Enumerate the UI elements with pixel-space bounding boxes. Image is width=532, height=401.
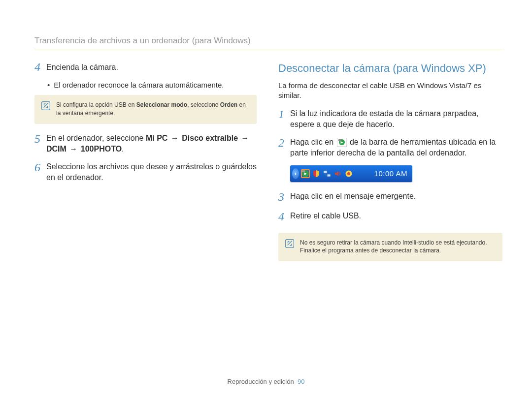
left-column: 4 Encienda la cámara. El ordenador recon… <box>34 61 259 270</box>
step-text: Seleccione los archivos que desee y arrá… <box>46 161 259 183</box>
svg-rect-7 <box>327 174 331 177</box>
step-6-left: 6 Seleccione los archivos que desee y ar… <box>34 161 259 183</box>
bullet-text: El ordenador reconoce la cámara automáti… <box>54 80 224 90</box>
step-number: 5 <box>34 133 46 145</box>
step-text: Haga clic en el mensaje emergente. <box>290 191 502 202</box>
safely-remove-hardware-icon[interactable] <box>301 169 310 178</box>
step-4-left: 4 Encienda la cámara. <box>34 61 259 73</box>
note-box-intelli-studio: No es seguro retirar la cámara cuando In… <box>278 233 502 261</box>
footer-section: Reproducción y edición <box>228 378 294 385</box>
step-5-left: 5 En el ordenador, seleccione Mi PC → Di… <box>34 133 259 154</box>
step-2-right: 2 Haga clic en de la barra de herramient… <box>278 137 502 158</box>
header-rule <box>34 50 502 50</box>
step-text: Haga clic en de la barra de herramientas… <box>290 137 502 158</box>
svg-rect-10 <box>286 239 294 247</box>
step-text: Retire el cable USB. <box>290 211 502 221</box>
windows-system-tray: ‹ 10:00 AM <box>290 165 412 182</box>
network-icon[interactable] <box>323 169 332 178</box>
step-bullet: El ordenador reconoce la cámara automáti… <box>47 80 259 90</box>
step-text: En el ordenador, seleccione Mi PC → Disc… <box>46 133 259 154</box>
svg-rect-0 <box>42 102 50 110</box>
shield-icon[interactable] <box>312 169 321 178</box>
right-column: Desconectar la cámara (para Windows XP) … <box>278 61 502 270</box>
updates-icon[interactable] <box>344 169 353 178</box>
step-number: 3 <box>278 191 290 203</box>
page-footer: Reproducción y edición 90 <box>0 377 532 386</box>
step-number: 4 <box>34 61 46 73</box>
two-column-layout: 4 Encienda la cámara. El ordenador recon… <box>34 61 502 270</box>
step-text: Si la luz indicadora de estada de la cám… <box>290 108 502 130</box>
safely-remove-icon <box>337 138 347 147</box>
svg-rect-3 <box>338 139 341 141</box>
step-4-right: 4 Retire el cable USB. <box>278 211 502 223</box>
svg-rect-5 <box>302 170 305 172</box>
page-title: Transferencia de archivos a un ordenador… <box>34 35 502 47</box>
step-number: 1 <box>278 108 290 121</box>
svg-rect-6 <box>324 171 327 173</box>
note-box-usb-mode: Si configura la opción USB en Selecciona… <box>34 95 257 123</box>
step-number: 4 <box>278 211 290 223</box>
note-text: Si configura la opción USB en Selecciona… <box>56 101 250 117</box>
hidden-icons-caret-icon[interactable]: ‹ <box>292 168 299 179</box>
step-text: Encienda la cámara. <box>46 61 259 73</box>
step-3-right: 3 Haga clic en el mensaje emergente. <box>278 191 502 203</box>
info-icon <box>41 101 50 110</box>
section-intro: La forma de desconectar el cable USB en … <box>278 81 502 101</box>
info-icon <box>285 239 294 248</box>
clock-text[interactable]: 10:00 AM <box>374 169 410 179</box>
manual-page: Transferencia de archivos a un ordenador… <box>0 0 532 401</box>
svg-point-9 <box>347 172 350 175</box>
step-1-right: 1 Si la luz indicadora de estada de la c… <box>278 108 502 130</box>
step-number: 6 <box>34 161 46 174</box>
volume-icon[interactable] <box>333 169 342 178</box>
note-text: No es seguro retirar la cámara cuando In… <box>300 239 487 254</box>
step-number: 2 <box>278 137 290 149</box>
page-number: 90 <box>298 378 304 385</box>
section-title: Desconectar la cámara (para Windows XP) <box>278 61 502 76</box>
